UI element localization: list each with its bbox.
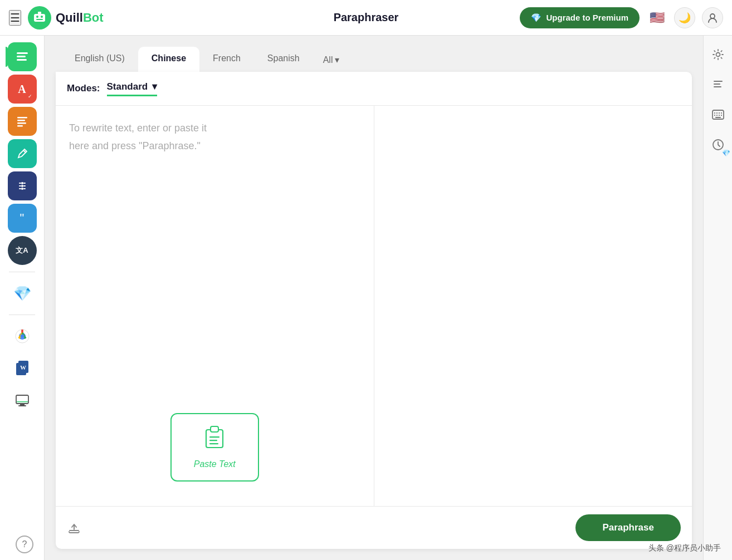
right-sidebar: 💎: [703, 36, 732, 560]
active-indicator: [6, 47, 8, 67]
svg-rect-45: [716, 112, 718, 114]
svg-rect-18: [19, 185, 21, 186]
tab-all[interactable]: All ▾: [313, 48, 350, 72]
tab-english[interactable]: English (US): [61, 47, 138, 72]
svg-rect-48: [714, 115, 715, 116]
dark-mode-button[interactable]: 🌙: [674, 7, 695, 28]
svg-rect-40: [714, 81, 723, 82]
keyboard-icon[interactable]: [708, 105, 728, 125]
mode-selected-label: Standard: [107, 81, 148, 92]
all-label: All: [323, 55, 333, 65]
language-flag-button[interactable]: 🇺🇸: [646, 7, 667, 28]
svg-rect-51: [721, 115, 722, 116]
sidebar-item-citation[interactable]: ": [8, 204, 37, 233]
mode-select-dropdown[interactable]: Standard ▾: [107, 81, 158, 96]
clipboard-icon: [204, 425, 225, 454]
editor-card: Modes: Standard ▾ To rewrite text, enter…: [56, 72, 692, 549]
sidebar-item-screen[interactable]: [8, 386, 37, 415]
sidebar-item-paraphraser[interactable]: [8, 42, 37, 71]
svg-rect-4: [38, 12, 41, 14]
placeholder-line1: To rewrite text, enter or paste it: [69, 122, 207, 134]
user-profile-button[interactable]: [702, 7, 723, 28]
svg-rect-6: [17, 52, 28, 54]
hamburger-button[interactable]: ☰: [9, 10, 21, 26]
logo-text: QuillBot: [56, 11, 104, 25]
history-icon[interactable]: 💎: [708, 135, 728, 155]
svg-rect-42: [714, 86, 721, 87]
paste-text-label: Paste Text: [194, 459, 236, 469]
sidebar-divider: [9, 272, 35, 272]
header-right: 💎 Upgrade to Premium 🇺🇸 🌙: [520, 7, 723, 28]
svg-rect-31: [20, 404, 25, 405]
svg-rect-49: [716, 115, 718, 116]
tab-chinese[interactable]: Chinese: [138, 47, 199, 72]
svg-point-1: [36, 16, 38, 18]
svg-rect-44: [714, 112, 715, 114]
sidebar-item-premium[interactable]: 💎: [8, 279, 37, 308]
svg-point-39: [716, 53, 720, 57]
editor-footer: Paraphrase: [56, 506, 692, 549]
input-placeholder: To rewrite text, enter or paste it here …: [69, 119, 360, 393]
upload-file-button[interactable]: [67, 520, 81, 535]
editor-panels: To rewrite text, enter or paste it here …: [56, 106, 692, 506]
modes-label: Modes:: [67, 83, 100, 94]
sidebar-divider-2: [9, 315, 35, 315]
editor-toolbar: Modes: Standard ▾: [56, 72, 692, 106]
svg-rect-50: [719, 115, 720, 116]
sidebar-item-chrome[interactable]: [8, 322, 37, 351]
dropdown-arrow-icon: ▾: [152, 81, 157, 92]
svg-rect-36: [209, 436, 219, 438]
svg-rect-22: [23, 188, 26, 189]
tab-french[interactable]: French: [199, 47, 254, 72]
sidebar-item-word[interactable]: W: [8, 354, 37, 383]
svg-point-5: [710, 14, 715, 18]
svg-rect-37: [209, 440, 217, 441]
svg-rect-10: [17, 120, 25, 121]
sidebar-item-summarizer[interactable]: [8, 107, 37, 136]
page-title: Paraphraser: [334, 11, 399, 23]
paste-container: Paste Text: [69, 402, 360, 493]
svg-rect-46: [719, 112, 720, 114]
help-button[interactable]: ?: [16, 536, 33, 553]
svg-rect-9: [17, 117, 27, 119]
paraphrase-button[interactable]: Paraphrase: [575, 514, 681, 541]
upgrade-button[interactable]: 💎 Upgrade to Premium: [520, 7, 640, 28]
svg-rect-12: [17, 125, 23, 127]
svg-rect-47: [721, 112, 722, 114]
sidebar-item-translator[interactable]: 文A: [8, 236, 37, 265]
sidebar-item-co-writer[interactable]: [8, 139, 37, 168]
diamond-icon: 💎: [13, 285, 31, 302]
svg-text:W: W: [20, 364, 26, 371]
svg-rect-35: [211, 426, 218, 432]
paste-text-button[interactable]: Paste Text: [170, 413, 259, 482]
header: ☰ QuillBot Paraphraser 💎 Upgrade to Prem…: [0, 0, 732, 36]
svg-point-26: [20, 335, 24, 338]
svg-rect-11: [17, 122, 26, 124]
svg-point-16: [21, 188, 23, 190]
language-tabs: English (US) Chinese French Spanish All …: [56, 47, 692, 72]
sidebar-item-text-tools[interactable]: [8, 171, 37, 200]
watermark: 头条 @程序员小助手: [648, 543, 721, 553]
svg-rect-21: [23, 185, 26, 186]
upgrade-label: Upgrade to Premium: [546, 13, 628, 22]
tab-spanish[interactable]: Spanish: [254, 47, 313, 72]
svg-rect-0: [34, 14, 45, 22]
svg-rect-32: [18, 405, 26, 406]
sidebar-item-grammar[interactable]: A ✓: [8, 75, 37, 104]
main-layout: A ✓: [0, 36, 732, 560]
settings-icon[interactable]: [708, 45, 728, 65]
upgrade-icon: 💎: [531, 13, 541, 23]
svg-rect-3: [36, 19, 43, 20]
content-area: English (US) Chinese French Spanish All …: [45, 36, 703, 560]
logo-icon: [28, 6, 51, 30]
logo-container: QuillBot: [28, 6, 104, 30]
editor-input-panel[interactable]: To rewrite text, enter or paste it here …: [56, 106, 374, 506]
svg-rect-20: [23, 183, 26, 184]
svg-point-2: [41, 16, 43, 18]
svg-point-14: [21, 182, 23, 184]
svg-rect-33: [17, 401, 28, 402]
svg-rect-19: [19, 188, 21, 189]
chevron-down-icon: ▾: [335, 55, 339, 65]
text-display-icon[interactable]: [708, 75, 728, 95]
svg-rect-41: [714, 83, 720, 85]
